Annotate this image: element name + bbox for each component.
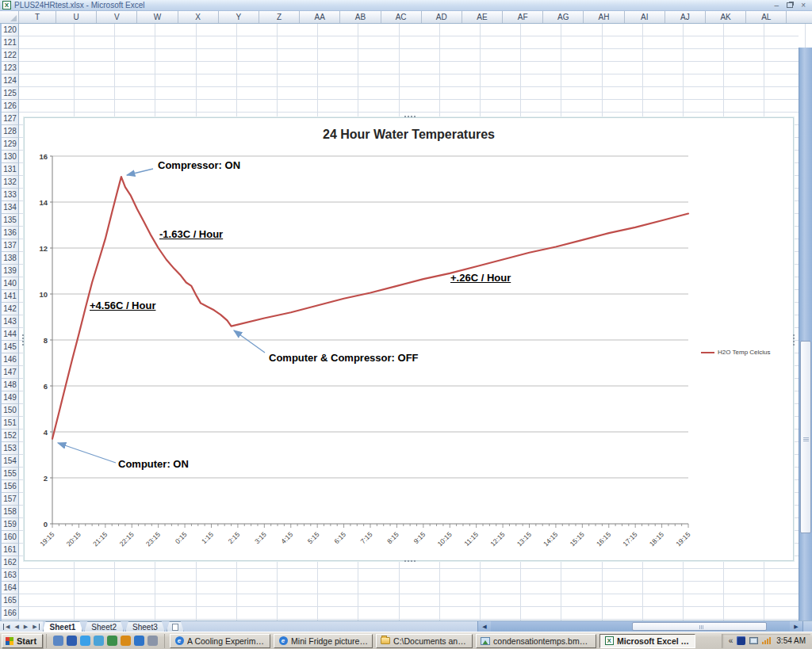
row-header-122[interactable]: 122 [2,49,19,62]
row-header-149[interactable]: 149 [2,391,19,404]
start-button[interactable]: Start [2,634,43,648]
column-header-AA[interactable]: AA [300,11,340,23]
row-header-136[interactable]: 136 [2,227,19,239]
chart-annotation[interactable]: Computer & Compressor: OFF [269,352,419,364]
chart-annotation[interactable]: +.26C / Hour [450,272,511,284]
row-header-152[interactable]: 152 [2,429,19,442]
last-sheet-button[interactable]: ▶ [31,624,39,630]
column-header-AJ[interactable]: AJ [665,11,706,23]
row-header-126[interactable]: 126 [2,100,19,113]
row-header-133[interactable]: 133 [2,189,19,201]
cells-grid[interactable]: 24 Hour Water Temperatures 0246810121416… [19,24,799,620]
minimize-button[interactable]: – [775,2,779,10]
row-header-127[interactable]: 127 [2,113,19,125]
row-header-121[interactable]: 121 [2,36,19,49]
taskbar-button[interactable]: C:\Documents and Settin... [376,634,473,648]
row-header-120[interactable]: 120 [2,24,19,36]
row-header-147[interactable]: 147 [2,366,19,379]
quick-launch-stack-icon[interactable] [94,636,104,646]
next-sheet-button[interactable]: ▶ [22,624,29,630]
scroll-right-button[interactable]: ▶ [790,621,802,632]
row-header-145[interactable]: 145 [2,341,19,353]
row-header-123[interactable]: 123 [2,62,19,74]
chart-object[interactable]: 24 Hour Water Temperatures 0246810121416… [24,117,794,561]
row-header-131[interactable]: 131 [2,163,19,176]
sheet-tab-sheet3[interactable]: Sheet3 [125,621,165,632]
column-header-V[interactable]: V [97,11,137,23]
row-header-138[interactable]: 138 [2,252,19,265]
column-header-AK[interactable]: AK [706,11,746,23]
column-header-AE[interactable]: AE [462,11,503,23]
insert-worksheet-tab[interactable] [167,621,184,632]
restore-button[interactable] [787,2,793,8]
chart-handle-left[interactable] [21,334,25,346]
row-header-160[interactable]: 160 [2,531,19,544]
scroll-left-button[interactable]: ◀ [478,621,491,632]
column-header-X[interactable]: X [178,11,219,23]
tray-app-icon[interactable] [737,636,745,645]
horizontal-scrollbar[interactable]: ◀ ▶ [477,621,812,632]
quick-launch-info-icon[interactable] [121,636,131,646]
chart-annotation[interactable]: +4.56C / Hour [90,300,155,311]
row-header-146[interactable]: 146 [2,353,19,366]
chart-annotation[interactable]: -1.63C / Hour [159,228,223,240]
quick-launch-media-player-icon[interactable] [80,636,90,646]
column-header-Z[interactable]: Z [259,11,300,23]
row-header-159[interactable]: 159 [2,518,19,531]
row-header-155[interactable]: 155 [2,468,19,480]
select-all-corner[interactable] [0,11,19,23]
row-header-158[interactable]: 158 [2,506,19,518]
row-header-165[interactable]: 165 [2,594,19,607]
tray-chevron-button[interactable]: « [729,636,733,645]
prev-sheet-button[interactable]: ◀ [13,624,20,630]
row-header-141[interactable]: 141 [2,290,19,303]
row-header-130[interactable]: 130 [2,151,19,163]
row-header-150[interactable]: 150 [2,404,19,417]
column-header-AC[interactable]: AC [381,11,422,23]
row-header-142[interactable]: 142 [2,303,19,315]
row-header-137[interactable]: 137 [2,239,19,252]
sheet-tab-sheet2[interactable]: Sheet2 [84,621,124,632]
excel-app-icon[interactable]: X [2,1,11,10]
chart-handle-bottom[interactable] [404,559,416,563]
quick-launch-earth-icon[interactable] [107,636,117,646]
taskbar-button[interactable]: eMini Fridge pictures by w... [274,634,373,648]
vertical-scrollbar[interactable]: ▼ [799,48,812,644]
row-header-157[interactable]: 157 [2,493,19,506]
tray-signal-icon[interactable] [762,637,771,644]
column-header-AL[interactable]: AL [746,11,787,23]
chart-handle-top[interactable] [404,115,416,119]
close-button[interactable]: × [801,2,806,10]
vertical-scrollbar-thumb[interactable] [800,341,811,533]
row-header-125[interactable]: 125 [2,87,19,100]
row-header-140[interactable]: 140 [2,277,19,290]
row-header-132[interactable]: 132 [2,176,19,189]
row-header-143[interactable]: 143 [2,315,19,328]
row-header-144[interactable]: 144 [2,328,19,341]
taskbar-button[interactable]: eA Cooling Experiment - P... [170,634,270,648]
quick-launch-globe-icon[interactable] [134,636,144,646]
column-header-U[interactable]: U [56,11,97,23]
first-sheet-button[interactable]: ◀ [3,624,11,630]
row-header-134[interactable]: 134 [2,201,19,214]
chart-annotation[interactable]: Computer: ON [118,458,189,470]
row-header-129[interactable]: 129 [2,138,19,151]
row-header-161[interactable]: 161 [2,544,19,556]
row-header-135[interactable]: 135 [2,214,19,227]
row-header-154[interactable]: 154 [2,455,19,468]
chart-handle-right[interactable] [792,334,796,346]
column-header-Y[interactable]: Y [219,11,259,23]
quick-launch-drive-icon[interactable] [147,636,158,646]
row-header-139[interactable]: 139 [2,265,19,277]
row-header-151[interactable]: 151 [2,417,19,429]
row-header-164[interactable]: 164 [2,582,19,594]
taskbar-button[interactable]: condensationtemps.bmp ... [476,634,596,648]
column-header-AI[interactable]: AI [625,11,665,23]
tray-display-icon[interactable] [749,637,758,644]
quick-launch-document-icon[interactable] [53,636,63,646]
column-header-W[interactable]: W [137,11,178,23]
column-header-AB[interactable]: AB [340,11,381,23]
column-header-AD[interactable]: AD [422,11,462,23]
row-header-162[interactable]: 162 [2,556,19,569]
row-header-148[interactable]: 148 [2,379,19,391]
